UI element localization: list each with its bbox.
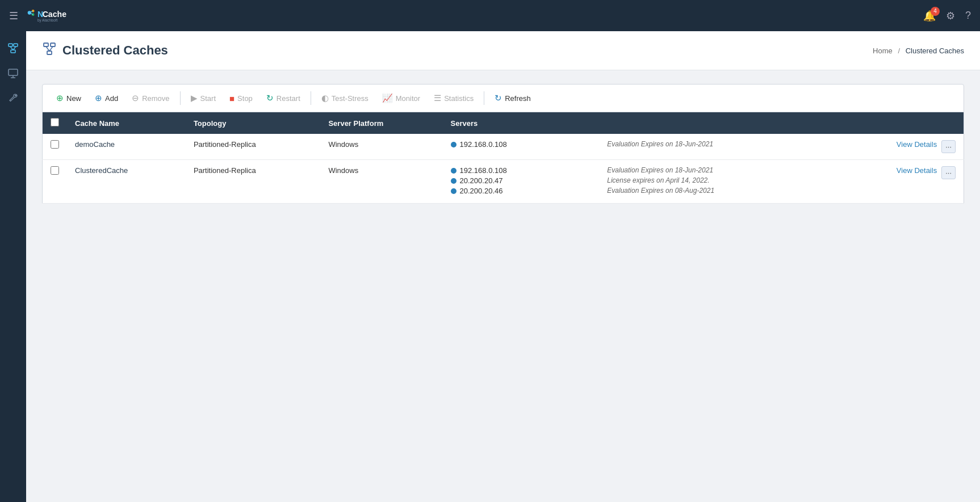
expiry-text: Evaluation Expires on 08-Aug-2021 <box>607 187 826 195</box>
server-ip: 20.200.20.47 <box>460 176 503 185</box>
page-title-icon <box>42 41 57 60</box>
refresh-button[interactable]: ↻ Refresh <box>489 90 537 106</box>
header-server-platform: Server Platform <box>320 112 442 134</box>
statistics-icon: ☰ <box>434 93 441 103</box>
toolbar: ⊕ New ⊕ Add ⊖ Remove ▶ Start ■ <box>42 84 964 112</box>
app-logo: N Cache by Alachisoft <box>25 6 87 26</box>
servers-cell: 192.168.0.108 <box>443 134 600 160</box>
navbar-left: ☰ N Cache by Alachisoft <box>9 6 87 26</box>
more-options-button[interactable]: ··· <box>941 166 956 179</box>
start-button[interactable]: ▶ Start <box>185 90 221 106</box>
start-label: Start <box>200 94 216 103</box>
table-header: Cache Name Topology Server Platform Serv… <box>43 112 964 134</box>
row-checkbox[interactable] <box>51 166 59 175</box>
svg-rect-9 <box>14 44 18 47</box>
stop-icon: ■ <box>229 94 234 103</box>
server-row: 20.200.20.46 <box>451 187 592 195</box>
cache-name-cell: demoCache <box>67 134 186 160</box>
restart-label: Restart <box>277 94 300 103</box>
svg-line-11 <box>10 47 13 50</box>
select-all-checkbox[interactable] <box>51 118 59 126</box>
servers-cell: 192.168.0.10820.200.20.4720.200.20.46 <box>443 160 600 204</box>
actions-cell: View Details ··· <box>834 160 964 204</box>
refresh-icon: ↻ <box>495 93 502 103</box>
page-header-left: Clustered Caches <box>42 41 168 60</box>
svg-rect-18 <box>47 51 52 54</box>
svg-line-12 <box>13 47 16 50</box>
cluster-icon <box>7 42 19 54</box>
breadcrumb-home[interactable]: Home <box>873 47 893 55</box>
remove-button[interactable]: ⊖ Remove <box>126 90 175 106</box>
remove-icon: ⊖ <box>132 93 139 103</box>
test-stress-label: Test-Stress <box>332 94 368 103</box>
cache-table: Cache Name Topology Server Platform Serv… <box>42 112 964 204</box>
stop-button[interactable]: ■ Stop <box>224 91 258 106</box>
server-status-dot <box>451 178 457 184</box>
sidebar-item-tools[interactable] <box>3 88 23 108</box>
restart-icon: ↻ <box>266 93 274 103</box>
tools-icon <box>7 92 19 104</box>
statistics-button[interactable]: ☰ Statistics <box>428 90 479 106</box>
new-label: New <box>66 94 81 103</box>
platform-cell: Windows <box>320 160 442 204</box>
sidebar-item-clustered-caches[interactable] <box>3 38 23 58</box>
svg-rect-16 <box>44 43 48 47</box>
test-stress-button[interactable]: ◐ Test-Stress <box>316 90 374 106</box>
more-options-button[interactable]: ··· <box>941 140 956 153</box>
new-button[interactable]: ⊕ New <box>51 90 87 106</box>
view-details-link[interactable]: View Details <box>897 140 937 149</box>
server-ip: 192.168.0.108 <box>460 166 507 175</box>
content-area: Clustered Caches Home / Clustered Caches… <box>26 31 980 502</box>
monitor-icon <box>7 68 19 79</box>
server-row: 192.168.0.108 <box>451 166 592 175</box>
server-row: 192.168.0.108 <box>451 140 592 149</box>
notification-button[interactable]: 🔔 4 <box>923 10 936 22</box>
row-checkbox[interactable] <box>51 140 59 149</box>
new-icon: ⊕ <box>56 93 64 103</box>
server-ip: 192.168.0.108 <box>460 140 507 149</box>
toolbar-separator-2 <box>311 91 311 105</box>
start-icon: ▶ <box>191 93 198 103</box>
header-cache-name: Cache Name <box>67 112 186 134</box>
actions-container: View Details ··· <box>842 140 956 153</box>
server-row: 20.200.20.47 <box>451 176 592 185</box>
refresh-label: Refresh <box>505 94 531 103</box>
left-sidebar <box>0 31 26 502</box>
svg-line-19 <box>46 47 49 51</box>
view-details-link[interactable]: View Details <box>897 166 937 175</box>
toolbar-separator-1 <box>180 91 181 105</box>
header-expiry <box>599 112 834 134</box>
hamburger-button[interactable]: ☰ <box>9 10 18 22</box>
help-button[interactable]: ? <box>965 10 971 22</box>
page-content: ⊕ New ⊕ Add ⊖ Remove ▶ Start ■ <box>26 70 980 502</box>
sidebar-item-monitors[interactable] <box>3 63 23 83</box>
monitor-button[interactable]: 📈 Monitor <box>376 90 426 106</box>
breadcrumb-separator: / <box>898 47 900 55</box>
topology-cell: Partitioned-Replica <box>186 160 321 204</box>
server-status-dot <box>451 188 457 194</box>
test-stress-icon: ◐ <box>321 93 329 103</box>
row-checkbox-cell <box>43 134 68 160</box>
cache-name-cell: ClusteredCache <box>67 160 186 204</box>
restart-button[interactable]: ↻ Restart <box>261 90 306 106</box>
settings-button[interactable]: ⚙ <box>946 10 955 22</box>
logo-area: N Cache by Alachisoft <box>25 6 87 26</box>
table-body: demoCachePartitioned-ReplicaWindows192.1… <box>43 134 964 204</box>
svg-rect-10 <box>11 50 15 53</box>
svg-rect-17 <box>51 43 55 47</box>
add-label: Add <box>105 94 118 103</box>
toolbar-separator-3 <box>484 91 484 105</box>
expiry-text: Evaluation Expires on 18-Jun-2021 <box>607 166 826 174</box>
cache-name: ClusteredCache <box>75 166 128 175</box>
expiry-cell: Evaluation Expires on 18-Jun-2021License… <box>599 160 834 204</box>
monitor-label: Monitor <box>396 94 420 103</box>
add-button[interactable]: ⊕ Add <box>89 90 124 106</box>
platform-cell: Windows <box>320 134 442 160</box>
table-row: demoCachePartitioned-ReplicaWindows192.1… <box>43 134 964 160</box>
expiry-cell: Evaluation Expires on 18-Jun-2021 <box>599 134 834 160</box>
navbar-right: 🔔 4 ⚙ ? <box>923 10 971 22</box>
monitor-icon: 📈 <box>382 93 393 103</box>
stop-label: Stop <box>237 94 253 103</box>
main-layout: Clustered Caches Home / Clustered Caches… <box>0 31 980 502</box>
header-servers: Servers <box>443 112 600 134</box>
